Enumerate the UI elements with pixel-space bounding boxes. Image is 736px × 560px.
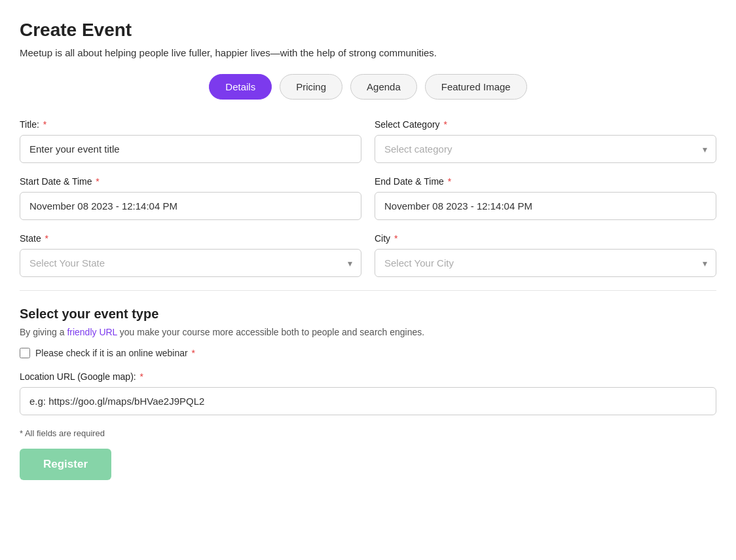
register-button[interactable]: Register (20, 449, 111, 480)
category-group: Select Category * Select category ▾ (375, 119, 716, 163)
page-title: Create Event (20, 20, 716, 41)
friendly-url-link[interactable]: friendly URL (67, 327, 117, 337)
location-url-group: Location URL (Google map): * (20, 371, 716, 428)
location-url-input[interactable] (20, 387, 716, 415)
date-row: Start Date & Time * End Date & Time * (20, 176, 716, 220)
location-required: * (138, 371, 143, 382)
tab-agenda[interactable]: Agenda (350, 74, 417, 100)
event-type-title: Select your event type (20, 307, 716, 322)
title-group: Title: * (20, 119, 361, 163)
event-type-desc: By giving a friendly URL you make your c… (20, 327, 716, 337)
tab-featured-image[interactable]: Featured Image (425, 74, 527, 100)
webinar-required: * (189, 348, 195, 358)
location-label: Location URL (Google map): * (20, 371, 716, 382)
tab-pricing[interactable]: Pricing (280, 74, 342, 100)
end-date-input[interactable] (375, 192, 716, 220)
state-select-wrapper: Select Your State ▾ (20, 249, 361, 277)
end-date-group: End Date & Time * (375, 176, 716, 220)
end-date-required: * (445, 176, 451, 187)
city-required: * (392, 233, 397, 244)
state-city-row: State * Select Your State ▾ City * Selec… (20, 233, 716, 277)
start-date-input[interactable] (20, 192, 361, 220)
start-date-group: Start Date & Time * (20, 176, 361, 220)
state-label: State * (20, 233, 361, 244)
webinar-checkbox[interactable] (20, 348, 30, 358)
category-select[interactable]: Select category (375, 135, 716, 163)
section-divider (20, 290, 716, 291)
title-label: Title: * (20, 119, 361, 130)
start-date-required: * (93, 176, 99, 187)
title-required: * (41, 119, 46, 130)
webinar-checkbox-label: Please check if it is an online webinar … (35, 348, 195, 358)
category-label: Select Category * (375, 119, 716, 130)
city-label: City * (375, 233, 716, 244)
city-select[interactable]: Select Your City (375, 249, 716, 277)
city-select-wrapper: Select Your City ▾ (375, 249, 716, 277)
category-select-wrapper: Select category ▾ (375, 135, 716, 163)
required-note: * All fields are required (20, 428, 716, 438)
tab-bar: Details Pricing Agenda Featured Image (20, 74, 716, 100)
city-group: City * Select Your City ▾ (375, 233, 716, 277)
title-category-row: Title: * Select Category * Select catego… (20, 119, 716, 163)
state-required: * (43, 233, 48, 244)
state-group: State * Select Your State ▾ (20, 233, 361, 277)
state-select[interactable]: Select Your State (20, 249, 361, 277)
category-required: * (441, 119, 447, 130)
start-date-label: Start Date & Time * (20, 176, 361, 187)
page-subtitle: Meetup is all about helping people live … (20, 47, 716, 58)
end-date-label: End Date & Time * (375, 176, 716, 187)
title-input[interactable] (20, 135, 361, 163)
webinar-checkbox-row: Please check if it is an online webinar … (20, 348, 716, 358)
tab-details[interactable]: Details (209, 74, 272, 100)
